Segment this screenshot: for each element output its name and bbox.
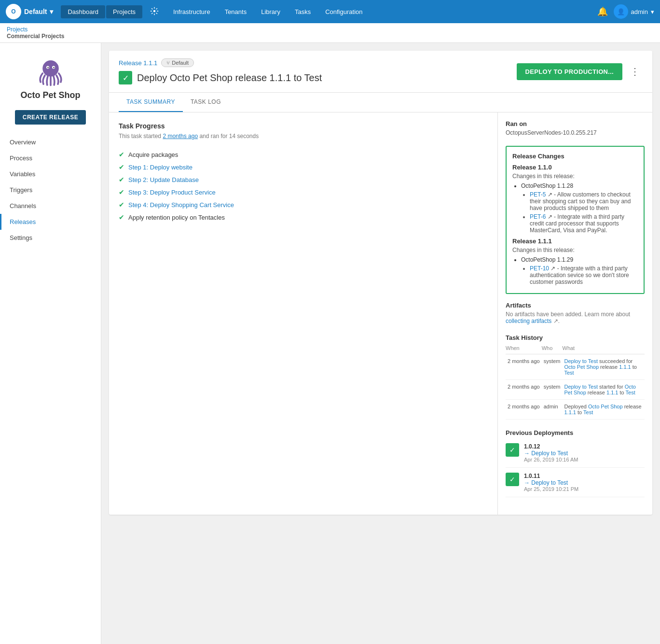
step-check-icon: ✔: [119, 213, 124, 221]
history-link[interactable]: 1.1.1: [606, 390, 618, 395]
change-pet10: PET-10 ↗ - Integrate with a third party …: [530, 265, 638, 285]
dep-target-1[interactable]: → Deploy to Test: [524, 450, 578, 457]
task-card: Release 1.1.1 ⑂ Default ✓ Deploy Octo Pe…: [109, 51, 652, 515]
dep-info-2: 1.0.11 → Deploy to Test Apr 25, 2019 10:…: [524, 473, 578, 492]
history-col-what: What: [563, 345, 645, 354]
release-link[interactable]: Release 1.1.1: [119, 59, 157, 67]
dep-date-1: Apr 26, 2019 10:16 AM: [524, 457, 578, 462]
dep-date-2: Apr 25, 2019 10:21 PM: [524, 486, 578, 492]
deploy-to-production-button[interactable]: DEPLOY TO PRODUCTION...: [517, 63, 622, 80]
history-what-1: Deploy to Test succeeded for Octo Pet Sh…: [563, 354, 645, 380]
task-header-left: Release 1.1.1 ⑂ Default ✓ Deploy Octo Pe…: [119, 58, 322, 84]
collecting-artifacts-link[interactable]: collecting artifacts: [506, 318, 551, 324]
history-col-who: Who: [542, 345, 563, 354]
history-link[interactable]: Deploy to Test: [564, 384, 598, 390]
history-what-2: Deploy to Test started for Octo Pet Shop…: [563, 380, 645, 400]
more-options-button[interactable]: ⋮: [627, 64, 643, 79]
step-4-link[interactable]: Step 4: Deploy Shopping Cart Service: [128, 201, 234, 209]
step-check-icon: ✔: [119, 151, 124, 158]
history-link[interactable]: 1.1.1: [619, 364, 631, 370]
task-steps: ✔ Acquire packages ✔ Step 1: Deploy webs…: [119, 148, 488, 224]
nav-link-dashboard[interactable]: Dashboard: [61, 5, 105, 18]
sidebar-item-settings[interactable]: Settings: [0, 230, 101, 246]
change-pet5: PET-5 ↗ - Allow customers to checkout th…: [530, 191, 638, 211]
branch-name: Default: [172, 60, 189, 66]
history-link[interactable]: Deploy to Test: [564, 358, 598, 364]
sidebar-logo: Octo Pet Shop: [0, 53, 101, 110]
nav-brand[interactable]: O Default ▾: [6, 4, 53, 19]
prev-dep-1: ✓ 1.0.12 → Deploy to Test Apr 26, 2019 1…: [506, 438, 645, 468]
pet5-link[interactable]: PET-5: [530, 191, 546, 198]
history-row-1: 2 months ago system Deploy to Test succe…: [506, 354, 645, 380]
step-check-icon: ✔: [119, 201, 124, 209]
nav-user[interactable]: 👤 admin ▾: [614, 4, 654, 19]
task-title: ✓ Deploy Octo Pet Shop release 1.1.1 to …: [119, 71, 322, 84]
notification-icon[interactable]: 🔔: [597, 6, 608, 17]
history-link[interactable]: Test: [564, 370, 574, 376]
task-history-section: Task History When Who What: [506, 334, 645, 420]
artifacts-title: Artifacts: [506, 302, 645, 309]
step-3-link[interactable]: Step 3: Deploy Product Service: [128, 189, 216, 196]
user-name: admin: [631, 8, 648, 15]
dep-version-2: 1.0.11: [524, 473, 578, 479]
task-started-link[interactable]: 2 months ago: [163, 133, 198, 140]
history-link[interactable]: Test: [626, 390, 635, 395]
history-who-3: admin: [542, 400, 563, 420]
tab-task-log[interactable]: TASK LOG: [183, 93, 229, 112]
release-111-subtitle: Changes in this release:: [512, 247, 638, 253]
sidebar-app-name: Octo Pet Shop: [20, 90, 80, 100]
pet10-link[interactable]: PET-10: [530, 265, 549, 272]
history-link[interactable]: 1.1.1: [564, 409, 576, 415]
task-release-link: Release 1.1.1 ⑂ Default: [119, 58, 322, 67]
nav-link-icon[interactable]: [143, 4, 165, 20]
artifacts-text: No artifacts have been added. Learn more…: [506, 311, 645, 324]
nav-right: 🔔 👤 admin ▾: [597, 4, 654, 19]
release-111-changes: PET-10 ↗ - Integrate with a third party …: [530, 265, 638, 285]
breadcrumb: Projects Commercial Projects: [0, 23, 660, 43]
svg-point-4: [47, 67, 48, 68]
tab-task-summary[interactable]: TASK SUMMARY: [119, 93, 183, 112]
sidebar-item-variables[interactable]: Variables: [0, 166, 101, 182]
task-right-sidebar: Ran on OctopusServerNodes-10.0.255.217 R…: [498, 112, 652, 515]
sidebar-item-releases[interactable]: Releases: [0, 214, 101, 230]
nav-link-tenants[interactable]: Tenants: [218, 5, 254, 18]
user-chevron: ▾: [651, 8, 654, 15]
branch-icon: ⑂: [166, 60, 170, 66]
task-progress-title: Task Progress: [119, 122, 488, 130]
pet6-link[interactable]: PET-6: [530, 213, 546, 220]
step-retention: ✔ Apply retention policy on Tentacles: [119, 211, 488, 224]
history-col-when: When: [506, 345, 542, 354]
step-check-icon: ✔: [119, 163, 124, 171]
change-pet6: PET-6 ↗ - Integrate with a third party c…: [530, 213, 638, 234]
step-2-link[interactable]: Step 2: Update Database: [128, 176, 199, 183]
sidebar-item-triggers[interactable]: Triggers: [0, 182, 101, 198]
step-1-link[interactable]: Step 1: Deploy website: [128, 164, 192, 171]
step-4: ✔ Step 4: Deploy Shopping Cart Service: [119, 198, 488, 211]
create-release-button[interactable]: CREATE RELEASE: [15, 110, 86, 125]
sidebar-item-process[interactable]: Process: [0, 150, 101, 166]
sidebar-item-channels[interactable]: Channels: [0, 198, 101, 214]
svg-point-0: [153, 10, 156, 12]
prev-deployments-section: Previous Deployments ✓ 1.0.12 → Deploy t…: [506, 429, 645, 497]
breadcrumb-parent[interactable]: Projects: [7, 26, 28, 33]
nav-link-tasks[interactable]: Tasks: [288, 5, 317, 18]
nav-link-library[interactable]: Library: [254, 5, 287, 18]
main-layout: Octo Pet Shop CREATE RELEASE Overview Pr…: [0, 43, 660, 644]
history-when-1: 2 months ago: [506, 354, 542, 380]
history-when-3: 2 months ago: [506, 400, 542, 420]
nav-link-infrastructure[interactable]: Infrastructure: [166, 5, 217, 18]
history-link[interactable]: Octo Pet Shop: [564, 364, 599, 370]
nav-link-projects[interactable]: Projects: [106, 5, 142, 18]
nav-link-configuration[interactable]: Configuration: [318, 5, 369, 18]
dep-target-2[interactable]: → Deploy to Test: [524, 479, 578, 486]
history-link[interactable]: Octo Pet Shop: [588, 404, 623, 409]
brand-chevron: ▾: [50, 8, 53, 15]
step-3: ✔ Step 3: Deploy Product Service: [119, 186, 488, 198]
main-content: Release 1.1.1 ⑂ Default ✓ Deploy Octo Pe…: [101, 43, 660, 644]
step-retention-label: Apply retention policy on Tentacles: [128, 214, 225, 221]
history-link[interactable]: Test: [583, 409, 593, 415]
step-acquire: ✔ Acquire packages: [119, 148, 488, 161]
step-1: ✔ Step 1: Deploy website: [119, 161, 488, 173]
sidebar-item-overview[interactable]: Overview: [0, 134, 101, 150]
sidebar: Octo Pet Shop CREATE RELEASE Overview Pr…: [0, 43, 101, 644]
